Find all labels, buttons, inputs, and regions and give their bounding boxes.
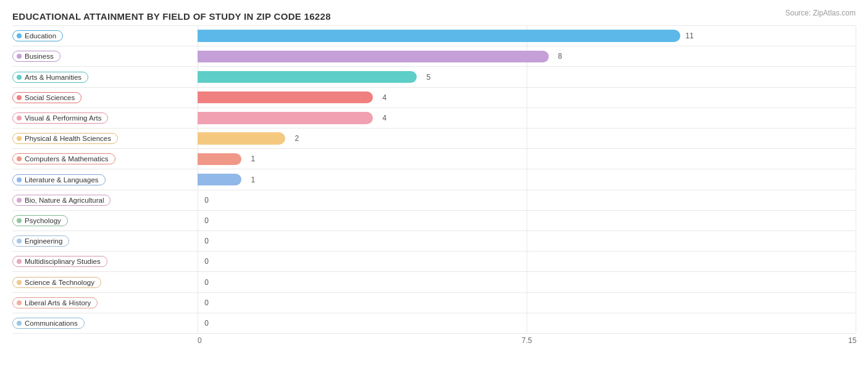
grid-line	[198, 313, 198, 333]
bar-label-text: Arts & Humanities	[25, 74, 81, 81]
bar-label-text: Physical & Health Sciences	[25, 135, 111, 142]
bar-area: 0	[198, 313, 856, 333]
bar-area: 0	[198, 252, 856, 271]
bar-label-text: Liberal Arts & History	[25, 299, 91, 307]
bar-row: Social Sciences4	[12, 88, 856, 108]
bar-fill: 1	[198, 174, 241, 185]
bar-row: Science & Technology0	[12, 272, 856, 292]
x-axis-label: 15	[848, 336, 856, 345]
grid-line	[856, 46, 856, 66]
grid-line	[527, 67, 527, 87]
bar-label-cell: Engineering	[12, 235, 198, 247]
bar-label-text: Computers & Mathematics	[25, 155, 109, 163]
label-pill: Computers & Mathematics	[12, 153, 115, 164]
chart-title: EDUCATIONAL ATTAINMENT BY FIELD OF STUDY…	[12, 11, 856, 22]
bar-row: Multidisciplinary Studies0	[12, 252, 856, 272]
bar-label-text: Multidisciplinary Studies	[25, 258, 101, 265]
grid-line	[856, 293, 856, 313]
bar-label-cell: Liberal Arts & History	[12, 297, 198, 308]
bar-value-label: 0	[204, 237, 209, 245]
grid-line	[856, 313, 856, 333]
label-dot	[17, 177, 22, 182]
grid-line	[856, 88, 856, 108]
label-dot	[17, 300, 22, 305]
bar-label-cell: Physical & Health Sciences	[12, 133, 198, 144]
grid-line	[198, 252, 198, 271]
grid-line	[527, 129, 527, 148]
label-pill: Liberal Arts & History	[12, 297, 98, 308]
bar-row: Literature & Languages1	[12, 169, 856, 190]
label-pill: Psychology	[12, 215, 68, 226]
grid-line	[527, 149, 527, 169]
bar-value-label: 0	[204, 299, 209, 307]
bar-row: Communications0	[12, 313, 856, 334]
bar-value-label: 1	[251, 176, 255, 184]
bar-area: 4	[198, 108, 856, 128]
bar-area: 8	[198, 46, 856, 66]
label-dot	[17, 136, 22, 141]
grid-line	[856, 149, 856, 169]
label-pill: Education	[12, 30, 63, 41]
bar-value-label: 0	[204, 257, 209, 266]
bar-fill: 4	[198, 112, 373, 124]
bar-label-cell: Literature & Languages	[12, 174, 198, 185]
bar-row: Liberal Arts & History0	[12, 293, 856, 313]
grid-line	[856, 129, 856, 148]
grid-line	[856, 231, 856, 251]
grid-line	[527, 108, 527, 128]
grid-line	[527, 293, 527, 313]
grid-line	[856, 272, 856, 292]
grid-line	[856, 252, 856, 271]
label-pill: Social Sciences	[12, 92, 81, 103]
bar-value-label: 1	[251, 155, 255, 163]
bar-value-label: 8	[558, 52, 562, 61]
bar-area: 0	[198, 190, 856, 210]
bar-area: 0	[198, 211, 856, 231]
bars-section: Education11Business8Arts & Humanities5So…	[12, 25, 856, 334]
x-axis-label: 7.5	[522, 336, 532, 345]
chart-area: Education11Business8Arts & Humanities5So…	[12, 25, 856, 349]
grid-line	[527, 313, 527, 333]
bar-label-text: Engineering	[25, 237, 62, 245]
bar-fill: 5	[198, 71, 417, 83]
label-dot	[17, 54, 22, 59]
label-pill: Science & Technology	[12, 277, 101, 288]
label-dot	[17, 239, 22, 244]
bar-label-cell: Business	[12, 51, 198, 62]
bar-label-text: Literature & Languages	[25, 176, 99, 184]
bar-row: Computers & Mathematics1	[12, 149, 856, 169]
bar-label-cell: Psychology	[12, 215, 198, 226]
bar-label-text: Business	[25, 53, 54, 60]
bar-fill: 4	[198, 91, 373, 103]
grid-line	[527, 231, 527, 251]
label-dot	[17, 75, 22, 80]
label-pill: Literature & Languages	[12, 174, 106, 185]
bar-area: 0	[198, 231, 856, 251]
bar-label-cell: Communications	[12, 318, 198, 329]
label-pill: Engineering	[12, 235, 69, 247]
bar-label-text: Science & Technology	[25, 279, 94, 286]
source-label: Source: ZipAtlas.com	[785, 9, 856, 17]
bar-row: Education11	[12, 25, 856, 46]
label-pill: Arts & Humanities	[12, 72, 88, 83]
bar-area: 0	[198, 272, 856, 292]
grid-line	[856, 67, 856, 87]
grid-line	[856, 108, 856, 128]
grid-line	[527, 211, 527, 231]
bar-label-text: Bio, Nature & Agricultural	[25, 197, 104, 204]
bar-label-text: Communications	[25, 320, 78, 327]
label-dot	[17, 33, 22, 38]
label-pill: Visual & Performing Arts	[12, 112, 108, 124]
bar-label-cell: Education	[12, 30, 198, 41]
grid-line	[856, 26, 856, 46]
bar-area: 4	[198, 88, 856, 108]
grid-line	[198, 231, 198, 251]
bar-value-label: 0	[204, 278, 209, 287]
bar-label-cell: Computers & Mathematics	[12, 153, 198, 164]
bar-value-label: 5	[427, 73, 431, 82]
bar-label-cell: Arts & Humanities	[12, 72, 198, 83]
grid-line	[527, 272, 527, 292]
bar-label-text: Visual & Performing Arts	[25, 114, 101, 122]
bar-label-cell: Social Sciences	[12, 92, 198, 103]
label-pill: Bio, Nature & Agricultural	[12, 195, 111, 206]
